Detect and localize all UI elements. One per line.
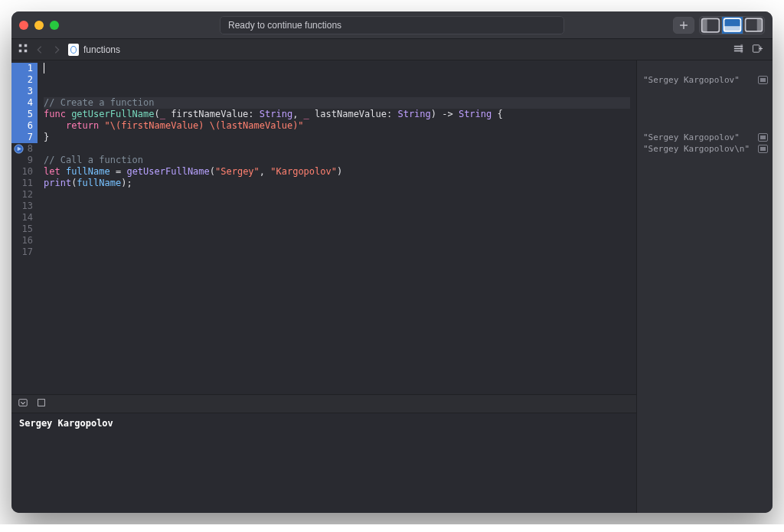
close-window-button[interactable] (19, 21, 28, 30)
result-text: "Sergey Kargopolov" (643, 75, 755, 85)
code-line[interactable] (44, 258, 630, 269)
line-number[interactable]: 10 (11, 166, 38, 178)
svg-rect-5 (757, 18, 763, 31)
code-line[interactable] (44, 235, 630, 246)
layout-segmented-control (699, 16, 765, 34)
code-line[interactable]: return "\(firstNameValue) \(lastNameValu… (44, 120, 630, 132)
line-number[interactable]: 6 (11, 120, 38, 132)
svg-rect-17 (38, 400, 45, 406)
result-text: "Sergey Kargopolov" (643, 132, 755, 142)
code-line[interactable] (44, 201, 630, 212)
code-line[interactable] (44, 143, 630, 155)
svg-rect-8 (19, 50, 22, 53)
console-filter-icon[interactable] (18, 397, 28, 410)
code-line[interactable] (44, 246, 630, 258)
svg-rect-16 (19, 400, 28, 406)
line-number[interactable]: 12 (11, 189, 38, 201)
code-line[interactable] (44, 212, 630, 224)
code-body[interactable]: // Create a functionfunc getUserFullName… (38, 60, 636, 394)
nav-back-button[interactable] (34, 44, 45, 55)
console-output[interactable]: Sergey Kargopolov (11, 413, 636, 513)
quick-look-icon[interactable] (758, 133, 768, 142)
svg-rect-3 (724, 26, 741, 31)
code-line[interactable] (44, 224, 630, 235)
svg-rect-9 (24, 50, 28, 53)
result-text: "Sergey Kargopolov\n" (643, 144, 755, 154)
svg-rect-14 (753, 44, 759, 51)
svg-rect-7 (24, 44, 28, 47)
code-line[interactable] (44, 269, 630, 281)
line-number[interactable]: 17 (11, 246, 38, 258)
code-line[interactable]: func getUserFullName(_ firstNameValue: S… (44, 109, 630, 120)
text-cursor (44, 63, 44, 73)
show-debug-area-button[interactable] (721, 17, 743, 34)
line-number[interactable]: 2 (11, 74, 38, 86)
related-items-icon[interactable] (18, 43, 28, 56)
quick-look-icon[interactable] (758, 145, 768, 153)
line-number[interactable]: 14 (11, 212, 38, 224)
zoom-window-button[interactable] (50, 21, 59, 30)
line-number[interactable]: 7 (11, 132, 38, 143)
code-line[interactable]: print(fullName); (44, 178, 630, 189)
code-line[interactable]: } (44, 132, 630, 143)
code-line[interactable]: // Create a function (44, 97, 630, 109)
console-output-text: Sergey Kargopolov (19, 418, 113, 429)
debug-console: Sergey Kargopolov (11, 394, 636, 513)
path-bar: functions (11, 39, 773, 60)
main-area: 1234567891011121314151617 // Create a fu… (11, 60, 773, 513)
code-line[interactable] (44, 189, 630, 201)
titlebar: Ready to continue functions (11, 11, 773, 39)
result-row[interactable]: "Sergey Kargopolov\n" (637, 143, 773, 155)
svg-rect-13 (740, 44, 743, 52)
path-file-name: functions (83, 44, 120, 55)
show-inspectors-button[interactable] (743, 17, 764, 34)
minimize-window-button[interactable] (34, 21, 44, 30)
add-editor-icon[interactable] (752, 43, 763, 57)
line-number[interactable]: 11 (11, 178, 38, 189)
line-number[interactable]: 5 (11, 109, 38, 120)
line-number[interactable]: 13 (11, 201, 38, 212)
code-line[interactable]: let fullName = getUserFullName("Sergey",… (44, 166, 630, 178)
editor-options-icon[interactable] (733, 43, 744, 57)
result-row[interactable]: "Sergey Kargopolov" (637, 132, 773, 143)
quick-look-icon[interactable] (758, 76, 768, 84)
code-line[interactable]: // Call a function (44, 155, 630, 166)
svg-rect-1 (702, 18, 707, 32)
show-navigator-button[interactable] (700, 17, 721, 34)
code-line[interactable] (44, 281, 630, 292)
line-number[interactable]: 16 (11, 235, 38, 246)
run-line-button[interactable] (13, 143, 24, 154)
console-clear-icon[interactable] (36, 397, 47, 410)
traffic-lights (19, 21, 59, 30)
path-file[interactable]: functions (68, 44, 120, 56)
code-editor[interactable]: 1234567891011121314151617 // Create a fu… (11, 60, 636, 394)
xcode-window: Ready to continue functions (11, 11, 773, 513)
activity-status-text: Ready to continue functions (228, 20, 341, 31)
nav-forward-button[interactable] (51, 44, 62, 55)
line-number[interactable]: 3 (11, 86, 38, 97)
result-row[interactable]: "Sergey Kargopolov" (637, 74, 773, 86)
line-number[interactable]: 1 (11, 63, 38, 74)
line-number[interactable]: 9 (11, 155, 38, 166)
console-toolbar (11, 395, 636, 413)
results-sidebar[interactable]: ."Sergey Kargopolov"...."Sergey Kargopol… (636, 60, 773, 513)
playground-file-icon (68, 44, 79, 56)
line-number[interactable]: 15 (11, 224, 38, 235)
editor-column: 1234567891011121314151617 // Create a fu… (11, 60, 636, 513)
activity-status[interactable]: Ready to continue functions (220, 16, 564, 34)
line-number[interactable]: 4 (11, 97, 38, 109)
line-number-gutter[interactable]: 1234567891011121314151617 (11, 60, 38, 394)
add-new-button[interactable] (673, 17, 694, 34)
svg-rect-6 (19, 44, 22, 47)
